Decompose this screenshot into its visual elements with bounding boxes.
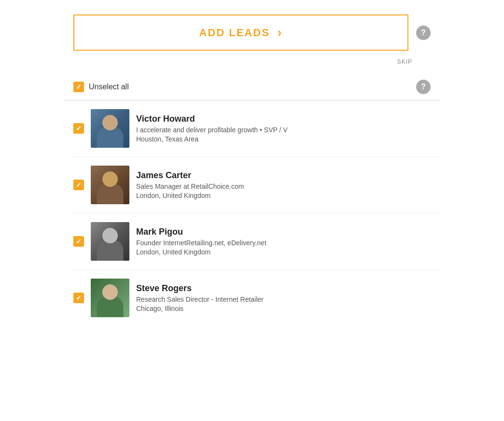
lead-checkbox-steve-rogers[interactable] xyxy=(73,293,84,303)
add-leads-row: ADD LEADS › ? xyxy=(64,14,440,51)
skip-row: SKIP xyxy=(64,58,440,65)
lead-info-james-carter: James Carter Sales Manager at RetailChoi… xyxy=(136,170,440,199)
add-leads-button[interactable]: ADD LEADS › xyxy=(73,14,408,51)
lead-location-mark-pigou: London, United Kingdom xyxy=(136,248,440,256)
avatar-victor-howard xyxy=(91,109,129,148)
lead-location-james-carter: London, United Kingdom xyxy=(136,192,440,199)
avatar-mark-pigou xyxy=(91,222,129,261)
lead-tagline-steve-rogers: Research Sales Director - Internet Retai… xyxy=(136,295,440,303)
lead-location-victor-howard: Houston, Texas Area xyxy=(136,135,440,143)
lead-name-mark-pigou: Mark Pigou xyxy=(136,227,440,237)
unselect-all-label: Unselect all xyxy=(89,83,129,91)
add-leads-label: ADD LEADS xyxy=(199,27,269,39)
lead-tagline-victor-howard: I accelerate and deliver profitable grow… xyxy=(136,126,440,134)
lead-tagline-james-carter: Sales Manager at RetailChoice.com xyxy=(136,182,440,190)
lead-checkbox-mark-pigou[interactable] xyxy=(73,236,84,247)
lead-checkbox-james-carter[interactable] xyxy=(73,180,84,190)
unselect-left: Unselect all xyxy=(73,82,129,92)
main-container: ADD LEADS › ? SKIP Unselect all ? Victor… xyxy=(64,14,440,326)
leads-list: Victor Howard I accelerate and deliver p… xyxy=(64,100,440,326)
help-icon-list[interactable]: ? xyxy=(416,80,431,94)
avatar-james-carter xyxy=(91,166,129,204)
list-item: James Carter Sales Manager at RetailChoi… xyxy=(73,157,440,213)
lead-tagline-mark-pigou: Founder InternetRetailing.net, eDelivery… xyxy=(136,239,440,247)
lead-info-victor-howard: Victor Howard I accelerate and deliver p… xyxy=(136,114,440,143)
help-icon-header[interactable]: ? xyxy=(416,26,431,40)
lead-info-steve-rogers: Steve Rogers Research Sales Director - I… xyxy=(136,283,440,312)
lead-name-victor-howard: Victor Howard xyxy=(136,114,440,124)
list-item: Steve Rogers Research Sales Director - I… xyxy=(73,270,440,326)
lead-info-mark-pigou: Mark Pigou Founder InternetRetailing.net… xyxy=(136,227,440,256)
unselect-all-row: Unselect all ? xyxy=(64,75,440,100)
list-item: Mark Pigou Founder InternetRetailing.net… xyxy=(73,213,440,270)
list-item: Victor Howard I accelerate and deliver p… xyxy=(73,100,440,157)
skip-label[interactable]: SKIP xyxy=(397,58,412,65)
unselect-all-checkbox[interactable] xyxy=(73,82,84,92)
lead-name-james-carter: James Carter xyxy=(136,170,440,181)
chevron-right-icon: › xyxy=(278,25,283,40)
lead-name-steve-rogers: Steve Rogers xyxy=(136,283,440,294)
lead-location-steve-rogers: Chicago, Illinois xyxy=(136,305,440,312)
lead-checkbox-victor-howard[interactable] xyxy=(73,123,84,134)
avatar-steve-rogers xyxy=(91,279,129,317)
